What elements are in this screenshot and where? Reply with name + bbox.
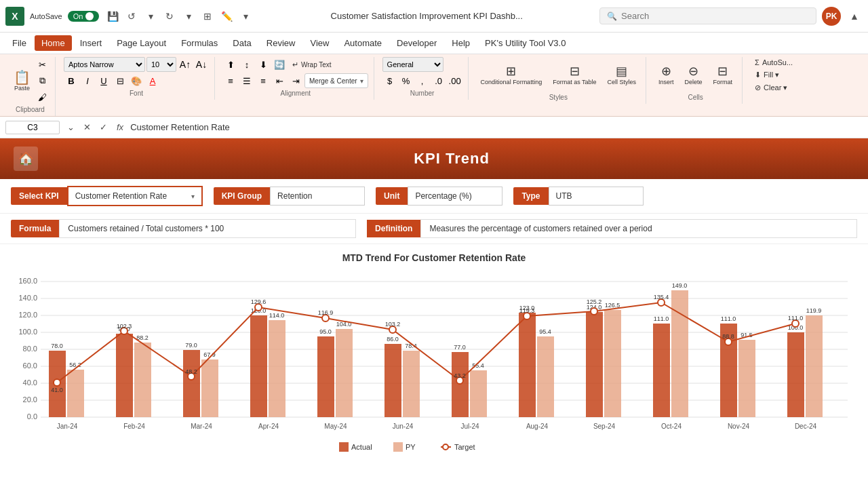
undo-icon[interactable]: ↺ xyxy=(123,8,140,24)
expand-formula-icon[interactable]: ⌄ xyxy=(64,121,77,134)
svg-rect-46 xyxy=(201,359,218,417)
increase-decimal-button[interactable]: .00 xyxy=(448,73,462,88)
increase-font-button[interactable]: A↑ xyxy=(178,57,193,72)
search-bar[interactable]: 🔍 xyxy=(599,7,816,24)
autosave-toggle[interactable]: On xyxy=(68,11,100,22)
align-bottom-button[interactable]: ⬇ xyxy=(256,57,271,72)
svg-rect-54 xyxy=(470,370,487,417)
chart-svg: 160.0 140.0 120.0 100.0 80.0 60.0 40.0 2… xyxy=(11,271,857,461)
decrease-font-button[interactable]: A↓ xyxy=(194,57,209,72)
svg-text:86.0: 86.0 xyxy=(387,336,399,343)
undo-dropdown-icon[interactable]: ▾ xyxy=(142,8,159,24)
conditional-formatting-button[interactable]: ⊞ Conditional Formatting xyxy=(477,57,547,92)
merge-center-button[interactable]: Merge & Center ▾ xyxy=(304,73,368,88)
menu-help[interactable]: Help xyxy=(445,35,477,51)
menu-view[interactable]: View xyxy=(303,35,336,51)
menu-page-layout[interactable]: Page Layout xyxy=(110,35,173,51)
more-icon[interactable]: ▾ xyxy=(237,8,254,24)
kpi-group-value: Retention xyxy=(270,187,365,206)
copy-button[interactable]: ⧉ xyxy=(35,73,50,88)
save-icon[interactable]: 💾 xyxy=(104,8,121,24)
cell-styles-button[interactable]: ▤ Cell Styles xyxy=(604,57,641,92)
bold-button[interactable]: B xyxy=(64,73,79,88)
delete-button[interactable]: ⊖ Delete xyxy=(681,57,707,92)
confirm-formula-icon[interactable]: ✓ xyxy=(96,121,110,134)
kpi-dropdown-arrow: ▾ xyxy=(191,193,195,200)
insert-button[interactable]: ⊕ Insert xyxy=(654,57,678,92)
align-top-button[interactable]: ⬆ xyxy=(223,57,238,72)
number-format-select[interactable]: General xyxy=(382,57,443,72)
svg-rect-56 xyxy=(537,336,554,417)
svg-text:111.0: 111.0 xyxy=(654,315,669,322)
menu-formulas[interactable]: Formulas xyxy=(174,35,224,51)
svg-rect-20 xyxy=(116,334,133,417)
svg-rect-40 xyxy=(787,332,804,417)
home-icon-button[interactable]: 🏠 xyxy=(14,147,38,171)
autosave-label: AutoSave xyxy=(30,12,62,20)
orientation-button[interactable]: 🔄 xyxy=(272,57,287,72)
formula-tag: Formula xyxy=(11,220,59,237)
currency-button[interactable]: $ xyxy=(382,73,397,88)
decrease-indent-button[interactable]: ⇤ xyxy=(272,73,287,88)
svg-text:Jun-24: Jun-24 xyxy=(393,423,414,430)
formula-definition-bar: Formula Customers retained / Total custo… xyxy=(0,214,868,244)
clear-button[interactable]: ⊘ Clear ▾ xyxy=(751,82,797,94)
ribbon-collapse-icon[interactable]: ▲ xyxy=(846,8,863,24)
toolbar-icons: 💾 ↺ ▾ ↻ ▾ ⊞ ✏️ ▾ xyxy=(104,8,254,24)
format-painter-button[interactable]: 🖌 xyxy=(35,90,50,104)
align-middle-button[interactable]: ↕ xyxy=(239,57,254,72)
font-family-select[interactable]: Aptos Narrow xyxy=(64,57,145,72)
svg-text:Dec-24: Dec-24 xyxy=(795,423,817,430)
border-button[interactable]: ⊟ xyxy=(113,73,127,88)
paste-button[interactable]: 📋 Paste xyxy=(11,63,33,98)
format-button[interactable]: ⊟ Format xyxy=(709,57,737,92)
font-size-select[interactable]: 10 xyxy=(146,57,176,72)
pen-icon[interactable]: ✏️ xyxy=(218,8,235,24)
underline-button[interactable]: U xyxy=(96,73,111,88)
redo-icon[interactable]: ↻ xyxy=(161,8,178,24)
menu-pks-tool[interactable]: PK's Utility Tool V3.0 xyxy=(478,35,572,51)
comma-button[interactable]: , xyxy=(415,73,430,88)
format-as-table-button[interactable]: ⊟ Format as Table xyxy=(549,57,600,92)
percent-button[interactable]: % xyxy=(399,73,414,88)
svg-text:125.2: 125.2 xyxy=(587,298,602,305)
align-left-button[interactable]: ≡ xyxy=(223,73,238,88)
menu-home[interactable]: Home xyxy=(35,35,72,51)
cancel-formula-icon[interactable]: ✕ xyxy=(80,121,94,134)
user-avatar[interactable]: PK xyxy=(822,7,841,26)
svg-rect-30 xyxy=(452,352,469,417)
menu-insert[interactable]: Insert xyxy=(73,35,109,51)
menu-review[interactable]: Review xyxy=(260,35,302,51)
autosum-button[interactable]: Σ AutoSu... xyxy=(751,57,797,68)
svg-text:Sep-24: Sep-24 xyxy=(593,423,616,430)
cell-reference-input[interactable] xyxy=(5,121,60,134)
align-center-button[interactable]: ☰ xyxy=(239,73,254,88)
fill-button[interactable]: ⬇ Fill ▾ xyxy=(751,69,797,81)
svg-text:116.9: 116.9 xyxy=(318,309,334,316)
grid-icon[interactable]: ⊞ xyxy=(199,8,216,24)
select-kpi-group: Select KPI Customer Retention Rate ▾ xyxy=(11,186,203,206)
italic-button[interactable]: I xyxy=(80,73,95,88)
svg-text:43.2: 43.2 xyxy=(454,372,466,379)
menu-data[interactable]: Data xyxy=(226,35,258,51)
redo-dropdown-icon[interactable]: ▾ xyxy=(180,8,197,24)
menu-automate[interactable]: Automate xyxy=(337,35,389,51)
svg-rect-102 xyxy=(339,442,349,452)
x-axis-labels: Jan-24 Feb-24 Mar-24 Apr-24 May-24 Jun-2… xyxy=(57,423,817,430)
formula-input[interactable] xyxy=(130,122,863,132)
increase-indent-button[interactable]: ⇥ xyxy=(288,73,303,88)
wrap-text-button[interactable]: ↵ Wrap Text xyxy=(288,57,336,72)
ribbon-sections: 📋 Paste ✂ ⧉ 🖌 Clipboard Aptos Narrow xyxy=(5,57,863,116)
menu-developer[interactable]: Developer xyxy=(390,35,443,51)
select-kpi-dropdown[interactable]: Customer Retention Rate ▾ xyxy=(67,186,203,206)
menu-file[interactable]: File xyxy=(5,35,33,51)
align-right-button[interactable]: ≡ xyxy=(256,73,271,88)
decrease-decimal-button[interactable]: .0 xyxy=(431,73,446,88)
font-color-button[interactable]: A xyxy=(145,73,160,88)
fill-color-button[interactable]: 🎨 xyxy=(129,73,144,88)
svg-text:119.3: 119.3 xyxy=(519,307,535,314)
cut-button[interactable]: ✂ xyxy=(35,57,50,72)
search-input[interactable] xyxy=(621,11,809,21)
svg-rect-104 xyxy=(393,442,403,452)
svg-text:0.0: 0.0 xyxy=(27,412,37,421)
